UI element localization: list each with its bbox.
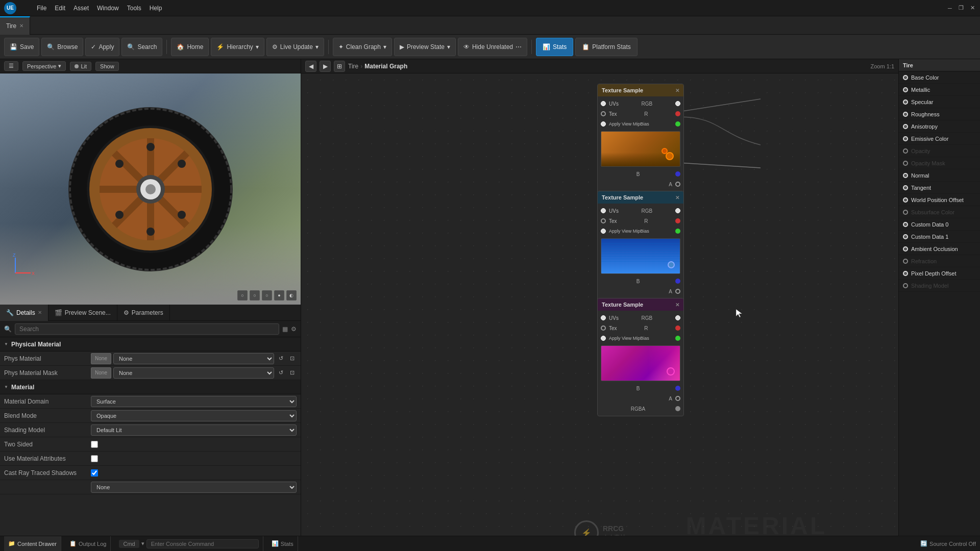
show-button[interactable]: Show <box>95 62 119 71</box>
output-pixel-depth-offset: Pixel Depth Offset <box>899 267 980 280</box>
svg-point-11 <box>178 211 186 219</box>
two-sided-checkbox[interactable] <box>91 441 98 448</box>
tab-tire-close[interactable]: ✕ <box>19 23 23 29</box>
back-button[interactable]: ◀ <box>305 61 316 72</box>
phys-material-mask-select[interactable]: None <box>113 367 274 379</box>
node-1-tex: Tex R <box>598 109 683 119</box>
details-search-input[interactable] <box>15 323 279 335</box>
menu-help[interactable]: Help <box>150 5 162 12</box>
details-tab-close[interactable]: ✕ <box>38 310 42 315</box>
phys-material-row: Phys Material None None ↺ ⊡ <box>0 352 301 366</box>
hamburger-button[interactable]: ☰ <box>4 61 18 71</box>
menu-window[interactable]: Window <box>97 5 119 12</box>
section-triangle: ▼ <box>4 342 8 346</box>
material-domain-select[interactable]: Surface Volume <box>91 396 297 407</box>
forward-button[interactable]: ▶ <box>320 61 331 72</box>
hierarchy-icon: ⚡ <box>216 43 224 51</box>
cmd-input[interactable] <box>146 539 259 548</box>
output-normal-label: Normal <box>911 172 929 179</box>
preview-state-button[interactable]: ▶ Preview State ▾ <box>394 38 456 56</box>
viewport-btn-4[interactable]: ● <box>274 290 284 300</box>
two-sided-row: Two Sided <box>0 437 301 452</box>
hide-unrelated-button[interactable]: 👁 Hide Unrelated ⋯ <box>458 38 527 56</box>
menu-file[interactable]: File <box>37 5 46 12</box>
content-drawer-button[interactable]: 📁 Content Drawer <box>4 536 61 551</box>
title-bar: UE File Edit Asset Window Tools Help ─ ❐… <box>0 0 980 16</box>
output-metallic: Metallic <box>899 84 980 96</box>
menu-tools[interactable]: Tools <box>127 5 141 12</box>
platform-stats-button[interactable]: 📋 Platform Stats <box>575 38 637 56</box>
shading-model-select[interactable]: Default Lit Unlit <box>91 424 297 436</box>
viewport-btn-2[interactable]: ○ <box>250 290 260 300</box>
texture-node-2-close[interactable]: ✕ <box>675 195 679 201</box>
graph-background[interactable]: Texture Sample ✕ UVs RGB Tex R <box>301 73 898 536</box>
node-3-b: B <box>598 383 683 393</box>
breadcrumb-tire[interactable]: Tire <box>348 63 358 70</box>
perspective-label: Perspective <box>27 63 56 69</box>
parameters-tab[interactable]: ⚙ Parameters <box>117 305 170 321</box>
blend-mode-label: Blend Mode <box>4 412 91 419</box>
tab-tire[interactable]: Tire ✕ <box>0 16 30 35</box>
node-1-a-dot <box>675 182 680 187</box>
two-sided-value <box>91 441 297 448</box>
fit-button[interactable]: ⊞ <box>334 61 345 72</box>
home-button[interactable]: 🏠 Home <box>171 38 209 56</box>
extra-select[interactable]: None <box>91 482 297 493</box>
node-3-uvs: UVs RGB <box>598 313 683 323</box>
menu-asset[interactable]: Asset <box>74 5 89 12</box>
tab-bar: Tire ✕ <box>0 16 980 35</box>
preview-state-icon: ▶ <box>400 43 404 51</box>
stats-status[interactable]: 📊 Stats <box>267 536 298 551</box>
save-button[interactable]: 💾 Save <box>4 38 39 56</box>
output-log-button[interactable]: 📋 Output Log <box>65 536 111 551</box>
content-drawer-icon: 📁 <box>8 540 15 547</box>
clean-graph-button[interactable]: ✦ Clean Graph ▾ <box>333 38 392 56</box>
viewport-btn-5[interactable]: ◐ <box>286 290 297 300</box>
use-material-attributes-checkbox[interactable] <box>91 455 98 462</box>
phys-material-mask-copy-icon[interactable]: ⊡ <box>287 368 297 378</box>
viewport-btn-1[interactable]: ○ <box>237 290 248 300</box>
blend-mode-select[interactable]: Opaque Translucent <box>91 410 297 421</box>
hierarchy-button[interactable]: ⚡ Hierarchy ▾ <box>211 38 264 56</box>
phys-material-select[interactable]: None <box>113 353 274 364</box>
texture-node-3: Texture Sample ✕ UVs RGB Tex R <box>597 298 684 416</box>
hide-unrelated-icon: 👁 <box>463 43 470 51</box>
cmd-dropdown-icon[interactable]: ▾ <box>141 540 144 547</box>
lit-label: Lit <box>81 63 87 69</box>
separator-1 <box>166 40 167 54</box>
details-tab[interactable]: 🔧 Details ✕ <box>0 305 48 321</box>
output-custom-data-0-dot <box>903 222 908 227</box>
restore-button[interactable]: ❐ <box>958 5 965 12</box>
apply-button[interactable]: ✓ Apply <box>85 38 119 56</box>
material-label: Material <box>11 384 34 391</box>
close-button[interactable]: ✕ <box>969 5 976 12</box>
menu-edit[interactable]: Edit <box>55 5 65 12</box>
source-control[interactable]: 🔄 Source Control Off <box>920 540 976 547</box>
minimize-button[interactable]: ─ <box>946 5 953 12</box>
output-props-list: Base Color Metallic Specular Roughness A… <box>899 71 980 292</box>
phys-material-reset-icon[interactable]: ↺ <box>276 354 285 363</box>
browse-button[interactable]: 🔍 Browse <box>41 38 83 56</box>
search-button[interactable]: 🔍 Search <box>121 38 162 56</box>
texture-node-3-close[interactable]: ✕ <box>675 302 679 308</box>
details-settings-icon[interactable]: ⚙ <box>291 325 297 333</box>
details-view-icon[interactable]: ▦ <box>282 325 288 333</box>
cast-ray-traced-shadows-checkbox[interactable] <box>91 469 98 477</box>
material-header[interactable]: ▼ Material <box>0 380 301 394</box>
lit-button[interactable]: Lit <box>70 62 91 71</box>
perspective-button[interactable]: Perspective ▾ <box>22 61 66 71</box>
details-content: ▼ Physical Material Phys Material None N… <box>0 337 301 536</box>
phys-material-mask-reset-icon[interactable]: ↺ <box>276 368 285 378</box>
clean-graph-dropdown-icon: ▾ <box>383 43 386 51</box>
stats-button[interactable]: 📊 Stats <box>536 38 573 56</box>
live-update-icon: ⚙ <box>272 43 278 51</box>
output-refraction-dot <box>903 259 908 264</box>
preview-scene-tab[interactable]: 🎬 Preview Scene... <box>48 305 117 321</box>
viewport-btn-3[interactable]: ○ <box>262 290 272 300</box>
center-panel: ◀ ▶ ⊞ Tire › Material Graph Zoom 1:1 <box>301 59 898 536</box>
live-update-button[interactable]: ⚙ Live Update ▾ <box>266 38 324 56</box>
texture-node-1-close[interactable]: ✕ <box>675 88 679 93</box>
phys-material-copy-icon[interactable]: ⊡ <box>287 354 297 363</box>
physical-material-header[interactable]: ▼ Physical Material <box>0 337 301 352</box>
breadcrumb-material-graph[interactable]: Material Graph <box>364 63 407 70</box>
